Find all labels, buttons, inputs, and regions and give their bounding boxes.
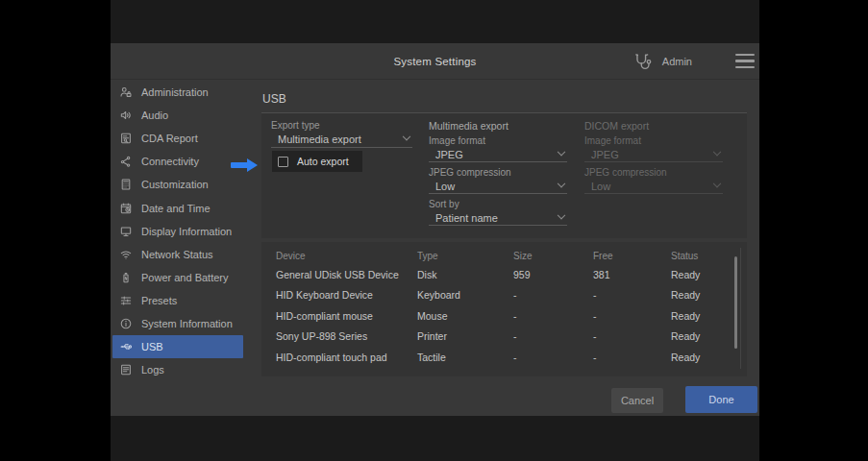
image-format-label: Image format <box>584 135 723 147</box>
sliders-icon <box>119 294 133 307</box>
device-table: DeviceTypeSizeFreeStatus General UDisk U… <box>261 242 747 376</box>
jpeg-compression-label: JPEG compression <box>584 167 723 179</box>
sidebar-item-power-and-battery[interactable]: Power and Battery <box>112 266 243 289</box>
sort-by-value: Patient name <box>435 212 498 224</box>
sidebar-item-system-information[interactable]: System Information <box>112 312 243 335</box>
done-button[interactable]: Done <box>685 386 757 413</box>
table-row: HID-compliant touch padTactile--Ready <box>276 347 747 368</box>
sidebar-item-date-and-time[interactable]: Date and Time <box>112 196 243 219</box>
table-cell: Ready <box>671 352 747 363</box>
chevron-down-icon <box>403 133 410 140</box>
sidebar-item-presets[interactable]: Presets <box>112 289 243 312</box>
jpeg-compression-select[interactable]: Low <box>429 179 567 194</box>
wifi-icon <box>119 248 133 261</box>
window-header: System Settings Admin <box>111 43 759 80</box>
main-content: USB Export type Multimedia export Auto e… <box>245 80 759 416</box>
jpeg-compression-value: Low <box>591 181 610 192</box>
report-document-icon <box>119 132 133 145</box>
multimedia-export-fields: Image formatJPEGJPEG compressionLowSort … <box>429 135 567 226</box>
table-cell: General UDisk USB Device <box>276 269 417 280</box>
sidebar-item-label: Customization <box>141 179 209 190</box>
chevron-down-icon <box>558 210 565 218</box>
sidebar-item-label: Display Information <box>141 226 232 237</box>
customization-icon <box>119 178 133 191</box>
speaker-icon <box>119 109 133 122</box>
image-format-field: Image formatJPEG <box>429 135 567 162</box>
chevron-down-icon <box>558 179 565 186</box>
multimedia-export-title: Multimedia export <box>429 120 567 132</box>
multimedia-export-column: Multimedia export Image formatJPEGJPEG c… <box>429 113 567 226</box>
table-cell: - <box>593 289 671 301</box>
table-cell: 959 <box>513 269 593 280</box>
table-cell: Sony UP-898 Series <box>276 330 417 342</box>
hamburger-menu-icon[interactable] <box>735 54 755 68</box>
device-table-panel: DeviceTypeSizeFreeStatus General UDisk U… <box>261 242 747 376</box>
sidebar-item-administration[interactable]: Administration <box>112 81 243 104</box>
table-cell: Mouse <box>417 310 513 322</box>
export-type-column: Export type Multimedia export Auto expor… <box>271 113 412 172</box>
table-cell: - <box>513 352 593 363</box>
table-cell: - <box>513 310 593 322</box>
scrollbar-track <box>740 248 741 369</box>
sidebar-item-display-information[interactable]: Display Information <box>112 220 243 243</box>
sidebar-item-cda-report[interactable]: CDA Report <box>112 127 243 150</box>
user-icon <box>119 85 133 99</box>
sidebar-item-customization[interactable]: Customization <box>112 173 243 196</box>
jpeg-compression-value: Low <box>435 181 455 192</box>
export-type-value: Multimedia export <box>278 133 361 145</box>
calendar-clock-icon <box>119 202 133 215</box>
table-row: General UDisk USB DeviceDisk959381Ready <box>276 264 747 285</box>
sidebar-item-label: Connectivity <box>141 156 199 167</box>
dicom-export-title: DICOM export <box>584 120 723 132</box>
sidebar-item-label: Logs <box>141 364 164 376</box>
table-cell: - <box>593 310 671 322</box>
table-cell: Keyboard <box>417 289 513 301</box>
user-name: Admin <box>662 56 692 67</box>
image-format-field: Image formatJPEG <box>584 135 723 162</box>
sort-by-label: Sort by <box>429 199 567 210</box>
cancel-button[interactable]: Cancel <box>611 388 663 413</box>
export-type-label: Export type <box>271 120 412 132</box>
jpeg-compression-field: JPEG compressionLow <box>429 167 567 194</box>
auto-export-checkbox[interactable] <box>278 157 288 167</box>
table-row: HID Keyboard DeviceKeyboard--Ready <box>276 285 747 306</box>
page-title: USB <box>262 92 286 106</box>
jpeg-compression-label: JPEG compression <box>429 167 567 179</box>
battery-icon <box>119 271 133 284</box>
auto-export-label: Auto export <box>297 156 349 167</box>
dicom-export-fields: Image formatJPEGJPEG compressionLow <box>584 135 723 194</box>
sidebar-item-label: Power and Battery <box>141 272 229 283</box>
sidebar-item-label: Presets <box>141 295 177 306</box>
sidebar-item-connectivity[interactable]: Connectivity <box>112 150 243 173</box>
table-cell: Printer <box>417 330 513 342</box>
image-format-label: Image format <box>429 135 567 147</box>
sort-by-field: Sort byPatient name <box>429 199 567 226</box>
table-cell: HID-compliant touch pad <box>276 352 417 363</box>
device-table-body: General UDisk USB DeviceDisk959381ReadyH… <box>276 264 747 368</box>
sidebar-item-logs[interactable]: Logs <box>112 358 243 381</box>
table-cell: Disk <box>417 269 513 280</box>
image-format-value: JPEG <box>591 149 619 160</box>
image-format-select[interactable]: JPEG <box>429 147 567 162</box>
sidebar-item-audio[interactable]: Audio <box>112 104 243 127</box>
scrollbar-thumb[interactable] <box>734 256 737 349</box>
stethoscope-icon <box>632 51 653 72</box>
table-row: HID-compliant mouseMouse--Ready <box>276 305 747 327</box>
column-header: Device <box>276 251 417 261</box>
table-cell: 381 <box>593 269 671 280</box>
video-frame: System Settings Admin AdministrationAudi… <box>111 0 759 461</box>
column-header: Size <box>513 251 593 261</box>
sidebar-item-label: Date and Time <box>141 203 211 214</box>
user-menu[interactable]: Admin <box>632 49 692 74</box>
auto-export-option: Auto export <box>272 151 362 172</box>
column-header: Type <box>417 251 513 261</box>
export-type-select[interactable]: Multimedia export <box>271 132 412 148</box>
sidebar-item-usb[interactable]: USB <box>112 335 243 358</box>
network-nodes-icon <box>119 155 133 168</box>
export-settings-panel: Export type Multimedia export Auto expor… <box>261 113 747 238</box>
table-cell: HID Keyboard Device <box>276 289 417 301</box>
table-cell: - <box>513 289 593 301</box>
chevron-down-icon <box>713 179 721 186</box>
sidebar-item-network-status[interactable]: Network Status <box>112 243 243 266</box>
sort-by-select[interactable]: Patient name <box>429 210 567 226</box>
